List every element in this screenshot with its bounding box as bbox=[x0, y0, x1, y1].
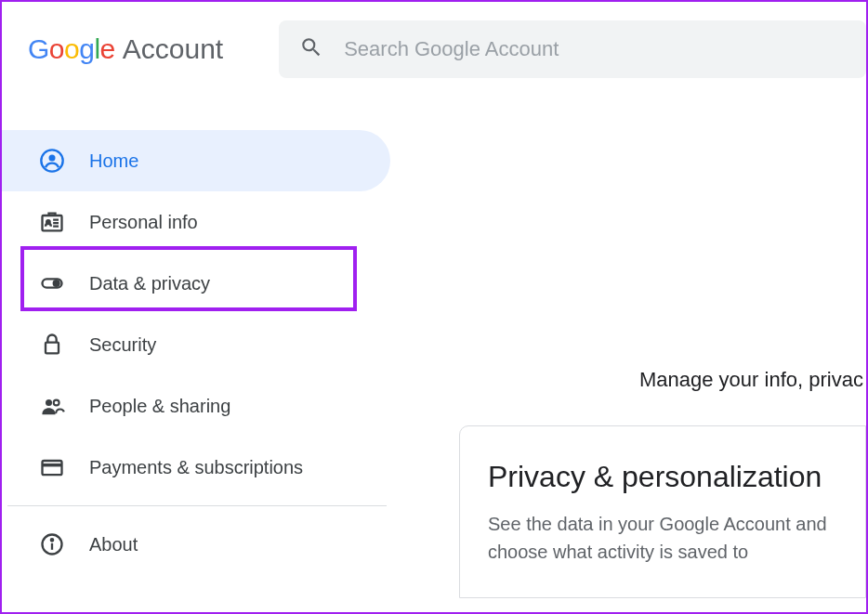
page-subtitle: Manage your info, privac bbox=[639, 368, 863, 392]
svg-point-5 bbox=[54, 281, 59, 286]
home-icon bbox=[37, 146, 67, 176]
sidebar-item-label: Payments & subscriptions bbox=[89, 457, 303, 478]
sidebar-item-security[interactable]: Security bbox=[2, 314, 390, 375]
google-logo: Google bbox=[28, 33, 115, 65]
sidebar-item-payments[interactable]: Payments & subscriptions bbox=[2, 437, 390, 498]
credit-card-icon bbox=[37, 452, 67, 482]
toggle-icon bbox=[37, 268, 67, 298]
sidebar-item-home[interactable]: Home bbox=[2, 130, 390, 191]
search-icon bbox=[299, 35, 323, 63]
google-account-logo: Google Account bbox=[28, 33, 223, 65]
search-input[interactable] bbox=[344, 37, 846, 61]
svg-rect-9 bbox=[43, 461, 62, 475]
search-bar[interactable] bbox=[279, 20, 866, 78]
card-description: See the data in your Google Account and … bbox=[488, 510, 837, 566]
svg-point-11 bbox=[51, 539, 53, 541]
info-icon bbox=[37, 529, 67, 559]
sidebar-item-about[interactable]: About bbox=[2, 514, 390, 575]
id-card-icon bbox=[37, 207, 67, 237]
sidebar-item-label: People & sharing bbox=[89, 396, 230, 417]
sidebar-item-people-sharing[interactable]: People & sharing bbox=[2, 375, 390, 437]
card-title: Privacy & personalization bbox=[488, 458, 837, 497]
svg-point-1 bbox=[49, 155, 56, 162]
sidebar-item-label: Personal info bbox=[89, 212, 198, 233]
svg-point-7 bbox=[46, 399, 52, 406]
sidebar-item-data-privacy[interactable]: Data & privacy bbox=[2, 253, 390, 314]
svg-rect-6 bbox=[46, 343, 59, 354]
header: Google Account bbox=[2, 2, 866, 100]
account-label: Account bbox=[123, 33, 223, 65]
sidebar-item-personal-info[interactable]: Personal info bbox=[2, 191, 390, 253]
divider bbox=[7, 505, 387, 506]
people-icon bbox=[37, 391, 67, 421]
sidebar-item-label: About bbox=[89, 534, 138, 555]
svg-point-8 bbox=[54, 400, 59, 406]
lock-icon bbox=[37, 330, 67, 359]
sidebar-item-label: Home bbox=[89, 150, 138, 172]
privacy-card[interactable]: Privacy & personalization See the data i… bbox=[459, 425, 866, 598]
sidebar-item-label: Security bbox=[89, 334, 156, 356]
main-content: Manage your info, privac Privacy & perso… bbox=[457, 115, 866, 612]
sidebar: Home Personal info Data & privacy Securi… bbox=[2, 100, 390, 575]
sidebar-item-label: Data & privacy bbox=[89, 273, 210, 294]
svg-rect-2 bbox=[43, 216, 62, 230]
